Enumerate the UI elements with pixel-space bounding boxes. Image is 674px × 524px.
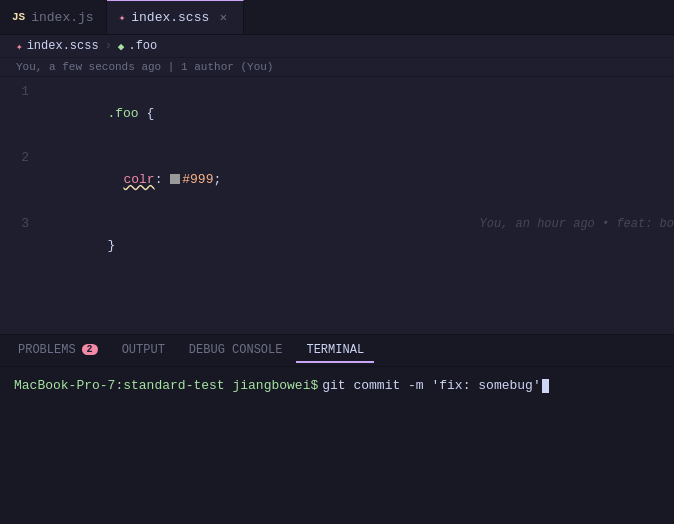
editor-line-3: 3 } You, an hour ago • feat: bo — [0, 213, 674, 279]
css-value: #999 — [182, 172, 213, 187]
line-number-2: 2 — [0, 147, 45, 169]
tab-index-scss[interactable]: ✦ index.scss ✕ — [107, 0, 245, 34]
line-number-1: 1 — [0, 81, 45, 103]
line-blame-3: You, an hour ago • feat: bo — [460, 213, 674, 235]
close-brace: } — [107, 238, 115, 253]
tab-debug-label: DEBUG CONSOLE — [189, 343, 283, 357]
line-content-1: .foo { — [45, 81, 674, 147]
tab-bar: JS index.js ✦ index.scss ✕ — [0, 0, 674, 35]
tab-close-button[interactable]: ✕ — [215, 10, 231, 26]
breadcrumb-class-name: .foo — [128, 39, 157, 53]
tab-debug-console[interactable]: DEBUG CONSOLE — [179, 339, 293, 363]
editor[interactable]: 1 .foo { 2 colr: #999; 3 } You, an hour … — [0, 77, 674, 334]
panel: PROBLEMS 2 OUTPUT DEBUG CONSOLE TERMINAL… — [0, 334, 674, 524]
tab-terminal-label: TERMINAL — [306, 343, 364, 357]
terminal-prompt: MacBook-Pro-7:standard-test jiangbowei$ — [14, 375, 318, 397]
breadcrumb-file[interactable]: ✦ index.scss — [16, 39, 99, 53]
breadcrumb-sep: › — [105, 39, 112, 53]
editor-line-2: 2 colr: #999; — [0, 147, 674, 213]
color-swatch — [170, 174, 180, 184]
tab-js-label: index.js — [31, 10, 93, 25]
line-content-3: } — [45, 213, 460, 279]
panel-content: MacBook-Pro-7:standard-test jiangbowei$ … — [0, 367, 674, 524]
terminal-line-1: MacBook-Pro-7:standard-test jiangbowei$ … — [14, 375, 660, 397]
panel-tabs: PROBLEMS 2 OUTPUT DEBUG CONSOLE TERMINAL — [0, 335, 674, 367]
css-property: colr — [123, 172, 154, 187]
line-content-2: colr: #999; — [45, 147, 674, 213]
open-brace: { — [139, 106, 155, 121]
breadcrumb-filename: index.scss — [27, 39, 99, 53]
problems-badge: 2 — [82, 344, 98, 355]
tab-output-label: OUTPUT — [122, 343, 165, 357]
css-semicolon: ; — [213, 172, 221, 187]
tab-scss-label: index.scss — [131, 10, 209, 25]
tab-output[interactable]: OUTPUT — [112, 339, 175, 363]
blame-bar: You, a few seconds ago | 1 author (You) — [0, 58, 674, 77]
css-selector: .foo — [107, 106, 138, 121]
js-file-icon: JS — [12, 11, 25, 23]
editor-content: 1 .foo { 2 colr: #999; 3 } You, an hour … — [0, 77, 674, 283]
css-colon: : — [155, 172, 171, 187]
terminal-cursor — [542, 379, 549, 393]
breadcrumb-selector[interactable]: ◆ .foo — [118, 39, 157, 53]
tab-problems[interactable]: PROBLEMS 2 — [8, 339, 108, 363]
scss-file-icon: ✦ — [119, 11, 126, 24]
tab-index-js[interactable]: JS index.js — [0, 0, 107, 34]
tab-terminal[interactable]: TERMINAL — [296, 339, 374, 363]
blame-text: You, a few seconds ago | 1 author (You) — [16, 61, 273, 73]
line-number-3: 3 — [0, 213, 45, 235]
class-breadcrumb-icon: ◆ — [118, 40, 125, 53]
tab-problems-label: PROBLEMS — [18, 343, 76, 357]
terminal-command: git commit -m 'fix: somebug' — [322, 375, 540, 397]
scss-breadcrumb-icon: ✦ — [16, 40, 23, 53]
editor-line-1: 1 .foo { — [0, 81, 674, 147]
breadcrumb: ✦ index.scss › ◆ .foo — [0, 35, 674, 58]
